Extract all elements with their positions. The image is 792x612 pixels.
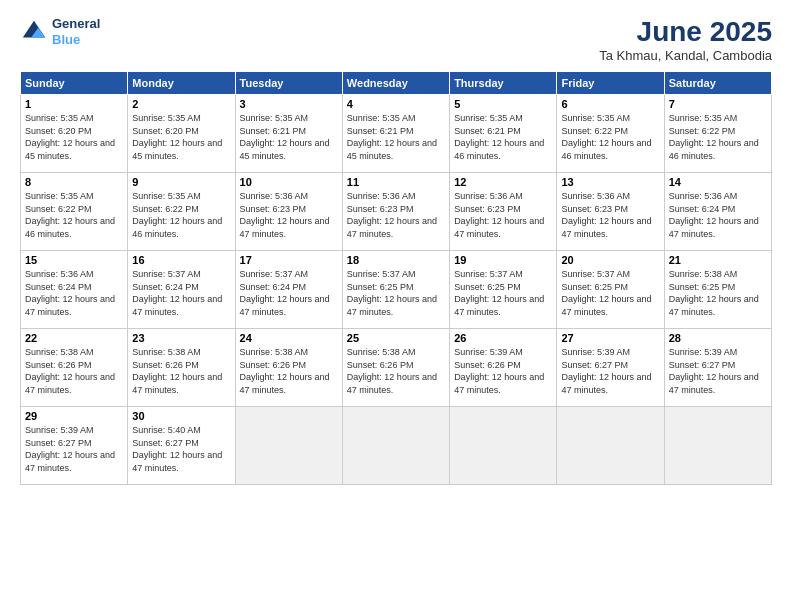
header: General Blue June 2025 Ta Khmau, Kandal,… <box>20 16 772 63</box>
sunrise-label: Sunrise: 5:37 AM <box>347 269 416 279</box>
logo-icon <box>20 18 48 46</box>
sunrise-label: Sunrise: 5:35 AM <box>132 191 201 201</box>
sunrise-label: Sunrise: 5:38 AM <box>132 347 201 357</box>
day-info: Sunrise: 5:36 AMSunset: 6:23 PMDaylight:… <box>561 190 659 240</box>
sunrise-label: Sunrise: 5:35 AM <box>347 113 416 123</box>
day-info: Sunrise: 5:37 AMSunset: 6:25 PMDaylight:… <box>561 268 659 318</box>
sunrise-label: Sunrise: 5:35 AM <box>669 113 738 123</box>
day-info: Sunrise: 5:35 AMSunset: 6:22 PMDaylight:… <box>25 190 123 240</box>
sunrise-label: Sunrise: 5:36 AM <box>561 191 630 201</box>
day-number: 24 <box>240 332 338 344</box>
sunrise-label: Sunrise: 5:37 AM <box>561 269 630 279</box>
logo-line2: Blue <box>52 32 80 47</box>
daylight-label: Daylight: 12 hours and 47 minutes. <box>132 294 222 317</box>
day-info: Sunrise: 5:36 AMSunset: 6:24 PMDaylight:… <box>25 268 123 318</box>
sunset-label: Sunset: 6:26 PM <box>347 360 414 370</box>
sunset-label: Sunset: 6:20 PM <box>25 126 92 136</box>
calendar-cell: 13Sunrise: 5:36 AMSunset: 6:23 PMDayligh… <box>557 173 664 251</box>
sunrise-label: Sunrise: 5:36 AM <box>25 269 94 279</box>
sunrise-label: Sunrise: 5:38 AM <box>240 347 309 357</box>
sunset-label: Sunset: 6:21 PM <box>347 126 414 136</box>
sunrise-label: Sunrise: 5:38 AM <box>347 347 416 357</box>
daylight-label: Daylight: 12 hours and 47 minutes. <box>132 372 222 395</box>
logo: General Blue <box>20 16 100 47</box>
title-block: June 2025 Ta Khmau, Kandal, Cambodia <box>599 16 772 63</box>
daylight-label: Daylight: 12 hours and 46 minutes. <box>669 138 759 161</box>
day-info: Sunrise: 5:39 AMSunset: 6:27 PMDaylight:… <box>669 346 767 396</box>
daylight-label: Daylight: 12 hours and 47 minutes. <box>347 294 437 317</box>
sunrise-label: Sunrise: 5:40 AM <box>132 425 201 435</box>
day-info: Sunrise: 5:36 AMSunset: 6:23 PMDaylight:… <box>240 190 338 240</box>
calendar-cell: 26Sunrise: 5:39 AMSunset: 6:26 PMDayligh… <box>450 329 557 407</box>
calendar-cell: 4Sunrise: 5:35 AMSunset: 6:21 PMDaylight… <box>342 95 449 173</box>
calendar-cell: 28Sunrise: 5:39 AMSunset: 6:27 PMDayligh… <box>664 329 771 407</box>
daylight-label: Daylight: 12 hours and 47 minutes. <box>561 372 651 395</box>
daylight-label: Daylight: 12 hours and 47 minutes. <box>347 372 437 395</box>
daylight-label: Daylight: 12 hours and 47 minutes. <box>240 294 330 317</box>
sunset-label: Sunset: 6:24 PM <box>132 282 199 292</box>
calendar-week-row: 8Sunrise: 5:35 AMSunset: 6:22 PMDaylight… <box>21 173 772 251</box>
daylight-label: Daylight: 12 hours and 45 minutes. <box>25 138 115 161</box>
daylight-label: Daylight: 12 hours and 45 minutes. <box>240 138 330 161</box>
calendar-cell: 21Sunrise: 5:38 AMSunset: 6:25 PMDayligh… <box>664 251 771 329</box>
day-number: 8 <box>25 176 123 188</box>
day-number: 15 <box>25 254 123 266</box>
sunset-label: Sunset: 6:22 PM <box>132 204 199 214</box>
day-number: 4 <box>347 98 445 110</box>
sunset-label: Sunset: 6:22 PM <box>25 204 92 214</box>
daylight-label: Daylight: 12 hours and 47 minutes. <box>347 216 437 239</box>
daylight-label: Daylight: 12 hours and 47 minutes. <box>25 372 115 395</box>
day-number: 20 <box>561 254 659 266</box>
calendar-week-row: 22Sunrise: 5:38 AMSunset: 6:26 PMDayligh… <box>21 329 772 407</box>
sunrise-label: Sunrise: 5:35 AM <box>25 113 94 123</box>
sunset-label: Sunset: 6:26 PM <box>132 360 199 370</box>
day-number: 5 <box>454 98 552 110</box>
location-title: Ta Khmau, Kandal, Cambodia <box>599 48 772 63</box>
day-number: 9 <box>132 176 230 188</box>
day-info: Sunrise: 5:35 AMSunset: 6:21 PMDaylight:… <box>347 112 445 162</box>
daylight-label: Daylight: 12 hours and 47 minutes. <box>669 294 759 317</box>
sunrise-label: Sunrise: 5:37 AM <box>132 269 201 279</box>
daylight-label: Daylight: 12 hours and 46 minutes. <box>25 216 115 239</box>
sunset-label: Sunset: 6:22 PM <box>669 126 736 136</box>
calendar-cell: 11Sunrise: 5:36 AMSunset: 6:23 PMDayligh… <box>342 173 449 251</box>
day-number: 1 <box>25 98 123 110</box>
sunset-label: Sunset: 6:24 PM <box>25 282 92 292</box>
calendar-cell: 30Sunrise: 5:40 AMSunset: 6:27 PMDayligh… <box>128 407 235 485</box>
day-number: 11 <box>347 176 445 188</box>
calendar-header-saturday: Saturday <box>664 72 771 95</box>
day-info: Sunrise: 5:36 AMSunset: 6:23 PMDaylight:… <box>454 190 552 240</box>
calendar-cell <box>450 407 557 485</box>
logo-line1: General <box>52 16 100 32</box>
month-title: June 2025 <box>599 16 772 48</box>
sunrise-label: Sunrise: 5:39 AM <box>25 425 94 435</box>
sunrise-label: Sunrise: 5:36 AM <box>669 191 738 201</box>
day-number: 2 <box>132 98 230 110</box>
sunrise-label: Sunrise: 5:35 AM <box>25 191 94 201</box>
daylight-label: Daylight: 12 hours and 47 minutes. <box>454 294 544 317</box>
sunset-label: Sunset: 6:25 PM <box>561 282 628 292</box>
calendar-cell: 2Sunrise: 5:35 AMSunset: 6:20 PMDaylight… <box>128 95 235 173</box>
calendar-header-row: SundayMondayTuesdayWednesdayThursdayFrid… <box>21 72 772 95</box>
daylight-label: Daylight: 12 hours and 47 minutes. <box>561 216 651 239</box>
sunrise-label: Sunrise: 5:35 AM <box>240 113 309 123</box>
sunset-label: Sunset: 6:21 PM <box>240 126 307 136</box>
sunrise-label: Sunrise: 5:36 AM <box>240 191 309 201</box>
sunset-label: Sunset: 6:27 PM <box>132 438 199 448</box>
sunset-label: Sunset: 6:20 PM <box>132 126 199 136</box>
sunset-label: Sunset: 6:26 PM <box>25 360 92 370</box>
calendar-cell: 7Sunrise: 5:35 AMSunset: 6:22 PMDaylight… <box>664 95 771 173</box>
daylight-label: Daylight: 12 hours and 47 minutes. <box>454 216 544 239</box>
day-number: 23 <box>132 332 230 344</box>
calendar-cell <box>557 407 664 485</box>
calendar-header-thursday: Thursday <box>450 72 557 95</box>
sunset-label: Sunset: 6:22 PM <box>561 126 628 136</box>
calendar-cell: 22Sunrise: 5:38 AMSunset: 6:26 PMDayligh… <box>21 329 128 407</box>
calendar-cell: 17Sunrise: 5:37 AMSunset: 6:24 PMDayligh… <box>235 251 342 329</box>
day-info: Sunrise: 5:35 AMSunset: 6:20 PMDaylight:… <box>132 112 230 162</box>
sunset-label: Sunset: 6:26 PM <box>240 360 307 370</box>
calendar-header-sunday: Sunday <box>21 72 128 95</box>
day-number: 7 <box>669 98 767 110</box>
day-info: Sunrise: 5:35 AMSunset: 6:22 PMDaylight:… <box>669 112 767 162</box>
sunset-label: Sunset: 6:27 PM <box>669 360 736 370</box>
